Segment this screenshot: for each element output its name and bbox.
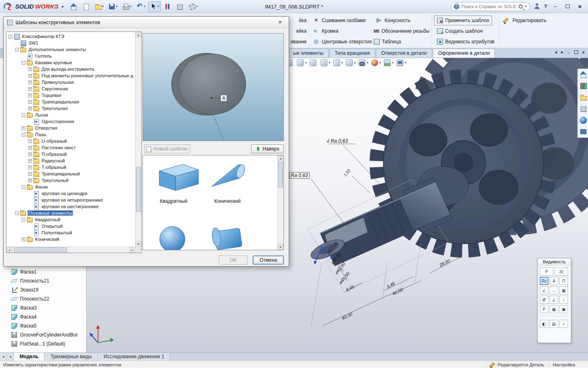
tree-expander[interactable]: + xyxy=(28,146,32,150)
cancel-button[interactable]: Отмена xyxy=(253,256,284,265)
undo-button[interactable]: ▾ xyxy=(134,1,147,12)
section-view-button[interactable]: ▾ xyxy=(321,59,330,66)
help-button[interactable]: ? xyxy=(544,3,547,9)
ribbon-tab[interactable]: Тела вращения xyxy=(330,49,375,58)
visibility-toggle-button[interactable]: P xyxy=(540,267,553,276)
tree-item[interactable]: + Трапецеидальная xyxy=(7,99,135,105)
tree-expander[interactable]: - xyxy=(15,48,19,52)
model-tab[interactable]: Модель xyxy=(14,353,45,361)
tree-expander[interactable]: + xyxy=(28,100,32,104)
tree-expander[interactable]: + xyxy=(28,94,32,97)
tree-expander[interactable]: + xyxy=(28,107,32,110)
ribbon-table-button[interactable]: Таблица xyxy=(371,37,404,47)
feature-tree-item[interactable]: Эскиз19 xyxy=(0,285,86,294)
ribbon-edge-button[interactable]: Кромка xyxy=(310,26,341,36)
tree-item[interactable]: - Пазы xyxy=(7,131,135,138)
search-dropdown-arrow-icon[interactable]: ▾ xyxy=(525,4,527,8)
tree-vertical-scrollbar[interactable]: ▲ ▼ xyxy=(135,32,141,247)
tree-expander[interactable]: - xyxy=(22,218,25,222)
tree-item[interactable]: Галтель xyxy=(7,53,135,59)
close-button[interactable]: × xyxy=(576,3,584,10)
tree-item[interactable]: круговая на цилиндре xyxy=(7,190,135,197)
up-level-button[interactable]: Наверх xyxy=(251,144,284,153)
ribbon-taper-button[interactable]: Конусность xyxy=(373,16,413,25)
hide-show-items-button[interactable]: ▾ xyxy=(359,59,368,66)
tree-item[interactable]: + Торцевая xyxy=(7,92,135,99)
ribbon-apply-template-button[interactable]: Применить шаблон xyxy=(434,16,492,25)
save-button[interactable]: ▾ xyxy=(107,1,119,12)
visibility-toggle-button[interactable]: ▦ xyxy=(559,286,568,294)
tree-item[interactable]: - Дополнительные элементы xyxy=(7,46,135,53)
tree-item[interactable]: Открытый xyxy=(7,223,135,229)
new-template-button[interactable]: Новый шаблон xyxy=(144,144,190,153)
conical-template-thumbnail[interactable] xyxy=(212,164,246,186)
tree-item[interactable]: SW1 xyxy=(7,40,135,46)
visibility-toggle-button[interactable]: ↔ xyxy=(550,286,558,294)
tree-item[interactable]: + Радиусный xyxy=(7,157,135,164)
menu-expand-arrow-icon[interactable]: ▸ xyxy=(62,4,64,9)
feature-tree-item[interactable]: Фаска3 xyxy=(0,303,86,312)
tree-item[interactable]: + Скругленная xyxy=(7,85,135,92)
feature-tree-item[interactable]: GrooveForCylinderAndBut xyxy=(0,330,86,339)
help-search-box[interactable]: ? Поиск в Справке по SOLIDWORKS ▾ xyxy=(450,2,530,11)
scroll-down-icon[interactable]: ▼ xyxy=(136,241,141,247)
visibility-toggle-button[interactable]: 3z xyxy=(555,267,568,276)
scroll-up-icon[interactable]: ▲ xyxy=(278,155,283,161)
visibility-toggle-button[interactable]: Ø xyxy=(540,296,548,304)
view-orientation-button[interactable]: ▾ xyxy=(333,59,343,66)
view-settings-button[interactable]: ▾ xyxy=(396,59,406,66)
tree-item[interactable]: - Фаски xyxy=(7,184,135,190)
tree-expander[interactable]: - xyxy=(15,211,19,215)
scroll-up-icon[interactable]: ▲ xyxy=(136,32,141,38)
visibility-toggle-button[interactable]: ∠ xyxy=(550,296,558,304)
tree-item[interactable]: + Отверстия xyxy=(7,125,135,131)
ribbon-tab[interactable]: Оформление в детали xyxy=(433,49,495,58)
task-pane-file-explorer-button[interactable] xyxy=(579,93,587,101)
ribbon-tab[interactable]: ые элементы xyxy=(288,49,329,58)
tree-item[interactable]: - Лыски xyxy=(7,112,135,118)
tree-expander[interactable]: + xyxy=(28,159,32,163)
ribbon-create-template-button[interactable]: Создать шаблон xyxy=(434,26,486,36)
scrollbar-thumb[interactable] xyxy=(136,167,141,212)
tree-item[interactable]: + Треугольный xyxy=(7,177,135,184)
tree-expander[interactable]: - xyxy=(9,35,12,38)
maximize-button[interactable] xyxy=(564,3,572,9)
tree-expander[interactable]: - xyxy=(22,133,25,137)
tree-item[interactable]: - Квадратный xyxy=(7,216,135,223)
feature-tree-item[interactable]: Фаска1 xyxy=(0,267,86,276)
new-document-button[interactable] xyxy=(80,1,91,12)
edit-appearance-button[interactable]: ▾ xyxy=(371,59,381,66)
tree-expander[interactable]: - xyxy=(22,61,25,65)
scrollbar-thumb[interactable] xyxy=(14,247,67,252)
visibility-toggle-button[interactable]: ▤ xyxy=(550,320,558,328)
tree-item[interactable]: Полуоткрытый xyxy=(7,229,135,236)
tab-nav-prev-button[interactable]: ◂ xyxy=(7,353,14,361)
visibility-toggle-button[interactable]: ∕ xyxy=(559,296,568,304)
feature-tree-item[interactable]: Плоскость22 xyxy=(0,294,86,303)
tree-item[interactable]: Односторонняя xyxy=(7,118,135,125)
feature-tree-item[interactable]: Фаска4 xyxy=(0,312,86,321)
tree-item[interactable]: - Основные элементы xyxy=(7,210,135,216)
open-document-button[interactable]: ▾ xyxy=(93,1,105,12)
document-properties-button[interactable] xyxy=(174,1,185,12)
tree-expander[interactable]: + xyxy=(22,238,25,241)
dialog-titlebar[interactable]: Шаблоны конструктивных элементов × xyxy=(4,17,289,28)
square-template-thumbnail[interactable] xyxy=(159,164,198,191)
tree-expander[interactable]: - xyxy=(22,113,25,117)
tree-expander[interactable]: + xyxy=(28,153,32,156)
doc-restore-button[interactable] xyxy=(574,50,578,55)
tree-item[interactable]: + Трапецеидальный xyxy=(7,171,135,177)
tree-expander[interactable]: + xyxy=(28,166,32,169)
home-button[interactable] xyxy=(68,1,79,12)
select-cursor-button[interactable]: ▾ xyxy=(148,1,161,12)
tree-item[interactable]: + Т-образный xyxy=(7,164,135,171)
feature-tree-item[interactable]: FlatSeat...1 (Default) xyxy=(0,339,86,348)
tree-item[interactable]: + Конический xyxy=(7,236,135,242)
sphere-template-thumbnail[interactable] xyxy=(160,227,185,250)
selection-filter-toggle[interactable] xyxy=(162,1,173,12)
task-pane-appearances-button[interactable] xyxy=(579,116,587,124)
scrollbar-thumb[interactable] xyxy=(278,162,283,187)
ok-button[interactable]: OK xyxy=(219,256,247,265)
tree-item[interactable]: + П-образный xyxy=(7,151,135,157)
tree-item[interactable]: + Треугольная xyxy=(7,105,135,112)
